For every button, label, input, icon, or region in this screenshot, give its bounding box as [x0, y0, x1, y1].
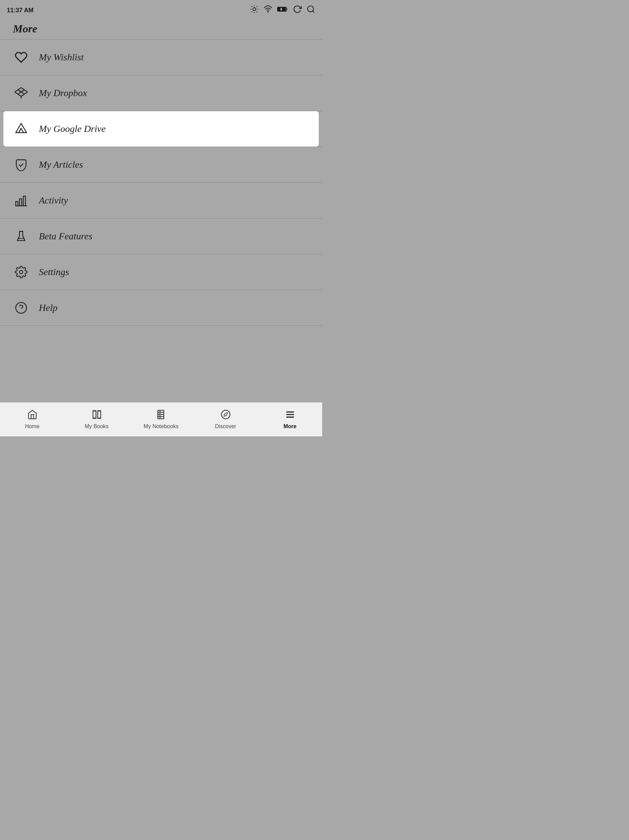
nav-item-my-books[interactable]: My Books [65, 403, 129, 436]
dropbox-icon [13, 85, 29, 101]
svg-line-8 [257, 6, 258, 7]
svg-point-35 [221, 411, 230, 419]
more-icon [285, 409, 295, 422]
heart-icon [13, 49, 29, 65]
nav-item-discover-label: Discover [215, 423, 236, 429]
google-drive-icon [13, 121, 29, 137]
menu-item-google-drive-label: My Google Drive [39, 123, 106, 134]
svg-line-14 [313, 11, 314, 13]
menu-item-google-drive[interactable]: My Google Drive [3, 111, 319, 147]
menu-item-dropbox[interactable]: My Dropbox [0, 75, 322, 111]
menu-item-help-label: Help [39, 302, 57, 313]
nav-item-more-label: More [283, 423, 296, 429]
settings-icon [13, 264, 29, 280]
svg-line-7 [251, 12, 252, 12]
page-header: More [0, 19, 322, 39]
status-icons [250, 5, 315, 16]
svg-line-4 [257, 12, 258, 12]
menu-item-settings[interactable]: Settings [0, 254, 322, 290]
nav-item-discover[interactable]: Discover [193, 403, 258, 436]
brightness-icon [250, 5, 259, 16]
status-time: 11:37 AM [7, 7, 33, 14]
menu-item-beta[interactable]: Beta Features [0, 218, 322, 254]
nav-item-more[interactable]: More [258, 403, 322, 436]
svg-point-21 [16, 302, 27, 313]
svg-rect-16 [19, 199, 22, 206]
nav-item-my-books-label: My Books [85, 423, 108, 429]
nav-item-home-label: Home [25, 423, 40, 429]
battery-icon [277, 5, 288, 16]
svg-point-0 [253, 8, 256, 11]
nav-item-my-notebooks-label: My Notebooks [144, 423, 178, 429]
svg-rect-23 [93, 411, 96, 418]
menu-item-wishlist-label: My Wishlist [39, 52, 84, 63]
discover-icon [221, 409, 231, 422]
home-icon [27, 409, 38, 422]
svg-rect-15 [16, 202, 18, 206]
nav-item-home[interactable]: Home [0, 403, 65, 436]
articles-icon [13, 156, 29, 173]
svg-point-9 [268, 12, 268, 12]
menu-item-articles-label: My Articles [39, 159, 83, 170]
notebooks-icon [156, 409, 166, 422]
menu-item-activity-label: Activity [39, 195, 68, 206]
help-icon [13, 300, 29, 316]
menu-item-beta-label: Beta Features [39, 231, 92, 242]
svg-point-20 [19, 270, 23, 274]
svg-rect-24 [98, 411, 101, 418]
wifi-icon [264, 5, 272, 16]
menu-item-dropbox-label: My Dropbox [39, 88, 87, 98]
svg-point-13 [308, 6, 313, 12]
menu-item-activity[interactable]: Activity [0, 183, 322, 218]
sync-icon [293, 5, 302, 16]
menu-item-articles[interactable]: My Articles [0, 147, 322, 183]
svg-rect-17 [23, 196, 25, 206]
nav-item-my-notebooks[interactable]: My Notebooks [129, 403, 193, 436]
svg-line-3 [251, 6, 252, 7]
activity-icon [13, 192, 29, 208]
beta-icon [13, 228, 29, 245]
menu-item-settings-label: Settings [39, 267, 69, 278]
menu-item-help[interactable]: Help [0, 290, 322, 326]
menu-item-wishlist[interactable]: My Wishlist [0, 39, 322, 75]
menu-list: My Wishlist My Dropbox [0, 39, 322, 326]
search-icon[interactable] [307, 5, 315, 16]
svg-marker-36 [224, 413, 228, 417]
menu-item-google-drive-wrapper: My Google Drive [0, 111, 322, 147]
bottom-nav: Home My Books [0, 402, 322, 436]
books-icon [92, 409, 102, 422]
status-bar: 11:37 AM [0, 0, 322, 19]
page-title: More [13, 22, 37, 35]
